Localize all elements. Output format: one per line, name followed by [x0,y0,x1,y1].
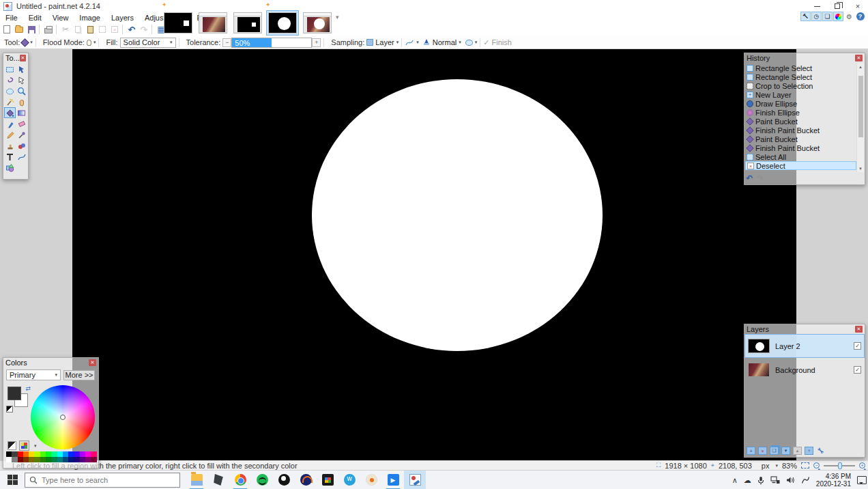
history-scrollbar[interactable]: ▲ ▼ [856,64,864,172]
palette-color[interactable] [51,457,57,462]
units-dropdown[interactable]: px [762,462,770,470]
color-wheel-selector[interactable] [60,415,66,420]
tool-shapes[interactable] [4,162,16,173]
palette-color[interactable] [40,451,46,457]
colors-panel-close-button[interactable]: ✕ [89,359,96,366]
tool-color-picker[interactable] [16,129,27,140]
zoom-level-value[interactable]: 83% [782,462,797,470]
minimize-button[interactable] [807,0,827,12]
tolerance-slider[interactable]: 50% [231,38,312,48]
selection-quality-caret-icon[interactable]: ▾ [475,40,478,45]
taskbar-blue-circle-app[interactable] [338,471,360,489]
history-item-selected[interactable]: ×Deselect [745,161,856,170]
taskbar-movies-tv[interactable]: ▶ [382,471,404,489]
palette-color[interactable] [18,451,23,457]
speaker-icon[interactable] [786,476,795,484]
palette-color[interactable] [46,451,51,457]
palette-color[interactable] [29,451,34,457]
reset-colors-icon[interactable] [6,406,13,413]
taskbar-clock[interactable]: 4:36 PM 2020-12-31 [816,473,851,488]
palette-color[interactable] [46,457,51,462]
color-wheel[interactable] [31,385,95,449]
history-panel-titlebar[interactable]: History ✕ [744,53,865,63]
taskbar-chrome[interactable] [229,471,251,489]
merge-layer-down-button[interactable]: ▾ [781,447,790,455]
help-button[interactable]: ? [855,12,865,21]
zoom-slider-thumb[interactable] [838,462,842,469]
image-tab-4-selected[interactable] [266,10,299,36]
copy-button[interactable] [72,24,83,35]
image-tab-1[interactable] [162,10,194,36]
palette-color[interactable] [12,457,17,462]
tool-rectangle-select[interactable] [4,64,16,74]
palette-color[interactable] [74,451,80,457]
palette-color[interactable] [51,451,57,457]
history-item[interactable]: Rectangle Select [745,64,856,72]
paint-bucket-tool-icon[interactable] [20,38,29,47]
scroll-down-icon[interactable]: ▼ [858,165,863,172]
primary-color-swatch[interactable] [8,387,21,400]
history-item[interactable]: Crop to Selection [745,81,856,90]
tool-pan[interactable] [16,96,27,107]
palette-color[interactable] [91,457,96,462]
duplicate-layer-button[interactable]: ❏ [770,447,779,455]
image-tab-5[interactable] [301,10,334,36]
layers-panel-titlebar[interactable]: Layers ✕ [744,324,865,334]
history-item[interactable]: Rectangle Select [745,72,856,81]
cut-button[interactable]: ✂ [60,24,71,35]
fill-style-dropdown[interactable]: Solid Color ▾ [120,38,176,48]
palette-color[interactable] [80,451,85,457]
antialiasing-caret-icon[interactable]: ▾ [416,40,419,45]
close-button[interactable]: × [848,0,868,12]
sampling-value[interactable]: Layer [375,38,394,46]
tools-panel-titlebar[interactable]: To... ✕ [3,53,28,63]
palette-color[interactable] [34,451,40,457]
layer-properties-button[interactable]: 🔧︎ [816,447,825,455]
blend-mode-value[interactable]: Normal [433,38,457,46]
taskbar-app-2[interactable] [207,471,229,489]
palette-color[interactable] [6,451,12,457]
microphone-icon[interactable] [757,476,764,485]
tool-paint-bucket-selected[interactable] [4,107,16,118]
history-item[interactable]: Finish Paint Bucket [745,126,856,135]
scroll-up-icon[interactable]: ▲ [858,64,863,70]
taskbar-orange-circle-app[interactable] [360,471,382,489]
palette-manager-button[interactable] [20,441,29,450]
toggle-history-button[interactable]: ◷ [811,12,822,21]
palette-color[interactable] [85,451,91,457]
selection-quality-icon[interactable] [465,40,473,46]
taskbar-obs[interactable] [273,471,295,489]
palette-color[interactable] [68,457,74,462]
pen-icon[interactable] [801,476,810,484]
tolerance-increase-button[interactable]: + [312,38,321,47]
new-button[interactable] [1,24,12,35]
palette-color[interactable] [34,457,40,462]
zoom-out-icon[interactable]: − [813,462,820,469]
settings-button[interactable]: ⚙ [844,12,854,21]
tool-move-selection[interactable] [16,74,27,85]
flood-mode-icon[interactable] [87,40,91,46]
layer-row-layer2[interactable]: Layer 2 ✓ [744,334,865,358]
menu-layers[interactable]: Layers [106,12,139,23]
palette-caret-icon[interactable]: ▾ [34,443,37,449]
tool-dropdown-caret-icon[interactable]: ▾ [30,40,33,45]
menu-view[interactable]: View [47,12,74,23]
palette-color[interactable] [23,457,29,462]
history-item[interactable]: Draw Ellipse [745,99,856,108]
zoom-slider[interactable] [824,465,855,466]
palette-color[interactable] [63,451,68,457]
history-item[interactable]: Finish Ellipse [745,108,856,117]
drawing-canvas[interactable] [72,49,796,460]
crop-button[interactable] [97,24,108,35]
history-redo-button[interactable]: ↷ [757,173,764,183]
palette-color[interactable] [29,457,34,462]
tool-gradient[interactable] [16,107,27,118]
palette-color[interactable] [6,457,12,462]
tolerance-decrease-button[interactable]: − [222,38,231,47]
add-layer-button[interactable]: + [747,447,755,455]
antialiasing-icon[interactable] [405,38,414,46]
sampling-caret-icon[interactable]: ▾ [396,40,399,45]
zoom-to-window-button[interactable] [801,462,809,469]
color-target-dropdown[interactable]: Primary ▾ [6,369,61,380]
image-tab-3[interactable] [231,10,264,36]
